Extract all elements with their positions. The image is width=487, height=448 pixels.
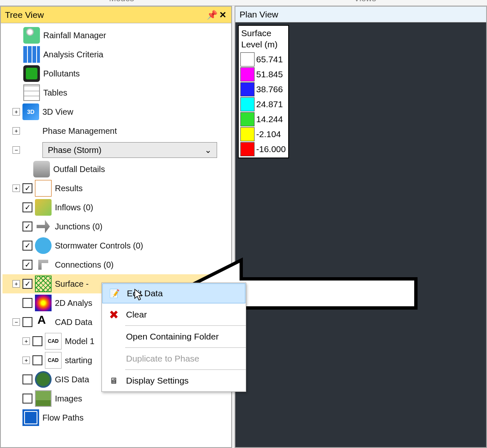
legend-row: 14.244 bbox=[240, 112, 286, 127]
inflows-icon bbox=[35, 199, 52, 216]
folder-icon bbox=[104, 328, 124, 345]
context-menu: 📝 Edit Data ✖ Clear Open Containing Fold… bbox=[101, 283, 246, 392]
expand-icon[interactable]: + bbox=[12, 185, 20, 192]
tree-item-results[interactable]: + Results bbox=[2, 179, 230, 198]
swatch bbox=[240, 142, 255, 156]
checkbox[interactable] bbox=[32, 355, 42, 365]
delete-icon: ✖ bbox=[104, 306, 124, 323]
swatch bbox=[240, 82, 255, 96]
analysis-2d-icon bbox=[35, 295, 52, 311]
collapse-icon[interactable]: − bbox=[12, 318, 20, 326]
legend-row: 51.845 bbox=[240, 67, 286, 82]
swatch bbox=[240, 52, 255, 66]
image-icon bbox=[35, 390, 52, 407]
plan-view-title: Plan View bbox=[240, 10, 278, 20]
tree-item-connections[interactable]: Connections (0) bbox=[2, 255, 230, 274]
stormwater-icon bbox=[35, 237, 52, 254]
table-icon bbox=[23, 84, 40, 101]
legend: Surface Level (m) 65.741 51.845 38.766 2… bbox=[238, 25, 289, 158]
legend-row: 65.741 bbox=[240, 52, 286, 67]
ribbon: Modes Views bbox=[0, 0, 487, 6]
collapse-icon[interactable]: − bbox=[12, 146, 20, 154]
cube-3d-icon: 3D bbox=[22, 103, 39, 120]
rain-icon bbox=[23, 27, 40, 44]
swatch bbox=[240, 67, 255, 81]
cad-file-icon: CAD bbox=[45, 333, 62, 350]
checkbox[interactable] bbox=[22, 317, 32, 327]
checkbox[interactable] bbox=[22, 241, 32, 251]
outfall-icon bbox=[33, 161, 50, 177]
tree-item-phase-management[interactable]: + Phase Management bbox=[2, 121, 230, 140]
tree-item-phase-storm[interactable]: − Phase (Storm) ⌄ bbox=[2, 140, 230, 160]
expand-icon[interactable]: + bbox=[22, 337, 30, 345]
checkbox[interactable] bbox=[22, 394, 32, 404]
legend-row: -16.000 bbox=[240, 142, 286, 157]
plan-view-panel: Plan View Surface Level (m) 65.741 51.84… bbox=[235, 6, 487, 448]
tree-item-rainfall[interactable]: Rainfall Manager bbox=[2, 26, 230, 45]
swatch bbox=[240, 97, 255, 111]
cad-file-icon: CAD bbox=[45, 352, 62, 369]
menu-display-settings[interactable]: 🖥 Display Settings bbox=[102, 370, 246, 391]
surface-icon bbox=[35, 276, 52, 292]
grid-icon bbox=[23, 46, 40, 63]
legend-row: 38.766 bbox=[240, 82, 286, 97]
tree-view-title: Tree View bbox=[5, 10, 44, 20]
tree-item-junctions[interactable]: Junctions (0) bbox=[2, 217, 230, 236]
checkbox[interactable] bbox=[22, 183, 32, 193]
results-icon bbox=[35, 180, 52, 197]
checkbox[interactable] bbox=[22, 260, 32, 270]
checkbox[interactable] bbox=[32, 336, 42, 346]
tree-item-flow-paths[interactable]: Flow Paths bbox=[2, 408, 230, 427]
pin-icon[interactable]: 📌 bbox=[208, 11, 216, 19]
menu-clear[interactable]: ✖ Clear bbox=[102, 304, 246, 325]
expand-icon[interactable]: + bbox=[12, 108, 20, 116]
edit-icon: 📝 bbox=[104, 285, 124, 302]
tree-view-titlebar: Tree View 📌 ✕ bbox=[1, 7, 231, 23]
tree-item-pollutants[interactable]: Pollutants bbox=[2, 64, 230, 83]
pollutants-icon bbox=[23, 65, 40, 82]
tree-item-analysis-criteria[interactable]: Analysis Criteria bbox=[2, 45, 230, 64]
swatch bbox=[240, 112, 255, 126]
menu-edit-data[interactable]: 📝 Edit Data bbox=[102, 283, 245, 303]
checkbox[interactable] bbox=[22, 298, 32, 308]
duplicate-icon bbox=[104, 350, 124, 367]
tree-item-tables[interactable]: Tables bbox=[2, 83, 230, 102]
chevron-down-icon: ⌄ bbox=[205, 145, 212, 155]
legend-row: 24.871 bbox=[240, 97, 286, 112]
menu-duplicate: Duplicate to Phase bbox=[102, 348, 246, 369]
cad-icon bbox=[35, 314, 52, 330]
phase-icon bbox=[22, 123, 39, 139]
tree-item-3d-view[interactable]: + 3D 3D View bbox=[2, 102, 230, 121]
tree-item-inflows[interactable]: Inflows (0) bbox=[2, 198, 230, 217]
connections-icon bbox=[35, 256, 52, 273]
close-icon[interactable]: ✕ bbox=[219, 11, 227, 19]
legend-title: Surface Level (m) bbox=[240, 27, 286, 52]
flow-icon bbox=[22, 409, 39, 426]
globe-icon bbox=[35, 371, 52, 388]
expand-icon[interactable]: + bbox=[12, 127, 20, 135]
swatch bbox=[240, 127, 255, 141]
checkbox[interactable] bbox=[22, 202, 32, 212]
expand-icon[interactable]: + bbox=[12, 280, 20, 288]
menu-open-folder[interactable]: Open Containing Folder bbox=[102, 326, 246, 347]
legend-row: -2.104 bbox=[240, 127, 286, 142]
checkbox[interactable] bbox=[22, 222, 32, 231]
expand-icon[interactable]: + bbox=[22, 357, 30, 364]
checkbox[interactable] bbox=[22, 279, 32, 289]
junctions-icon bbox=[35, 218, 52, 235]
plan-viewport[interactable]: Surface Level (m) 65.741 51.845 38.766 2… bbox=[235, 22, 487, 448]
checkbox[interactable] bbox=[22, 374, 32, 384]
tree-item-stormwater[interactable]: Stormwater Controls (0) bbox=[2, 236, 230, 255]
tree-item-outfall[interactable]: Outfall Details bbox=[2, 160, 230, 179]
phase-icon bbox=[22, 142, 39, 158]
plan-view-titlebar: Plan View bbox=[235, 6, 487, 22]
phase-dropdown[interactable]: Phase (Storm) ⌄ bbox=[42, 142, 217, 158]
settings-icon: 🖥 bbox=[104, 372, 124, 389]
